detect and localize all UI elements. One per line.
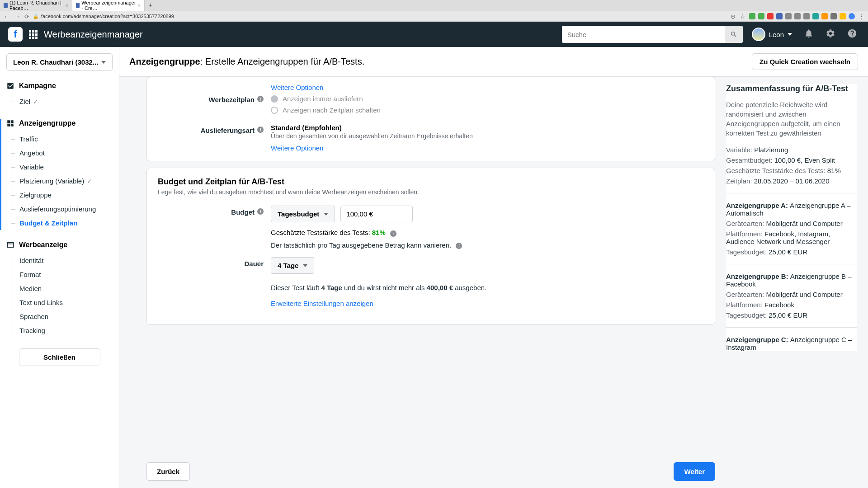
nav-item-placement[interactable]: Platzierung (Variable)✓ [11,174,113,188]
lock-icon: 🔒 [33,14,38,19]
browser-chrome: (1) Leon R. Chaudhari | Faceb… × Werbean… [0,0,868,22]
user-name: Leon [769,31,784,38]
new-tab-button[interactable]: + [145,0,156,11]
extension-icon[interactable] [749,13,755,19]
extension-icon[interactable] [821,13,828,19]
sidebar: Leon R. Chaudhari (3032... Kampagne Ziel… [0,47,119,488]
field-label: Budget [231,208,255,216]
nav-section-campaign: Kampagne Ziel ✓ [6,82,113,108]
user-menu[interactable]: Leon [749,26,795,43]
delivery-type-title: Standard (Empfohlen) [271,124,704,131]
field-label: Werbezeitplan [209,96,255,103]
facebook-logo-icon[interactable]: f [8,27,23,42]
radio-option-always: Anzeigen immer ausliefern [271,93,704,104]
browser-tab-active[interactable]: Werbeanzeigenmanager - Cre… × [72,0,145,11]
nav-item-media[interactable]: Medien [11,282,113,296]
advanced-settings-link[interactable]: Erweiterte Einstellungen anzeigen [271,300,373,307]
app-header: f Werbeanzeigenmanager Leon [0,22,868,47]
forward-icon[interactable]: → [13,13,21,20]
nav-section-title: Kampagne [19,82,56,90]
summary-intro: Deine potenzielle Reichweite wird random… [726,100,857,138]
summary-line: Zeitplan: 28.05.2020 – 01.06.2020 [726,177,857,185]
divider [726,264,857,264]
extension-icon[interactable] [812,13,819,19]
search-input[interactable] [562,26,725,43]
info-icon[interactable]: i [257,208,264,215]
nav-item-audience[interactable]: Zielgruppe [11,188,113,202]
nav-item-identity[interactable]: Identität [11,253,113,267]
more-options-link[interactable]: Weitere Optionen [271,84,323,91]
more-options-link[interactable]: Weitere Optionen [271,144,323,152]
search-container [562,26,743,43]
quick-creation-button[interactable]: Zu Quick Creation wechseln [752,53,858,70]
back-icon[interactable]: ← [3,13,10,20]
close-button[interactable]: Schließen [19,348,100,366]
reload-icon[interactable]: ⟳ [24,13,30,20]
avatar [752,28,765,41]
nav-item-languages[interactable]: Sprachen [11,310,113,324]
menu-icon[interactable]: ⋮ [858,13,865,20]
info-icon[interactable]: i [390,230,396,237]
next-button[interactable]: Weiter [674,462,715,481]
star-icon[interactable]: ☆ [739,13,746,20]
divider [726,193,857,193]
check-icon: ✓ [87,178,92,185]
budget-note: Der tatsächlich pro Tag ausgegebene Betr… [271,241,704,249]
nav-section-adset: Anzeigengruppe Traffic Angebot Variable … [0,119,113,230]
summary-group-title: Anzeigengruppe C: Anzeigengruppe C – Ins… [726,336,857,351]
app-title: Werbeanzeigenmanager [44,29,143,40]
browser-tab[interactable]: (1) Leon R. Chaudhari | Faceb… × [0,0,72,11]
extension-icon[interactable] [794,13,801,19]
apps-grid-icon[interactable] [29,30,38,39]
check-icon: ✓ [33,98,38,105]
duration-dropdown[interactable]: 4 Tage [271,257,314,274]
account-dropdown[interactable]: Leon R. Chaudhari (3032... [6,53,113,71]
extension-icon[interactable] [776,13,783,19]
close-icon[interactable]: × [138,3,141,8]
back-button[interactable]: Zurück [146,462,190,481]
close-icon[interactable]: × [66,3,68,8]
field-label: Dauer [244,260,264,267]
summary-line: Plattformen: Facebook [726,301,857,309]
nav-section-title: Werbeanzeige [19,241,67,249]
extension-icon[interactable] [767,13,774,19]
notifications-icon[interactable] [801,28,816,41]
search-button[interactable] [725,26,743,43]
zoom-icon[interactable]: ⊕ [730,13,736,20]
settings-icon[interactable] [823,28,838,41]
extension-icon[interactable] [830,13,837,19]
nav-item-offer[interactable]: Angebot [11,146,113,160]
info-icon[interactable]: i [257,96,264,102]
nav-item-format[interactable]: Format [11,267,113,282]
summary-group-title: Anzeigengruppe A: Anzeigengruppe A – Aut… [726,202,857,217]
nav-item-tracking[interactable]: Tracking [11,324,113,338]
checkbox-checked-icon [6,82,14,90]
budget-type-dropdown[interactable]: Tagesbudget [271,206,335,222]
profile-icon[interactable] [849,13,855,19]
extension-icon[interactable] [785,13,792,19]
budget-amount-input[interactable] [340,206,413,222]
nav-item-delivery-opt[interactable]: Auslieferungsoptimierung [11,202,113,216]
extension-icon[interactable] [758,13,764,19]
info-icon[interactable]: i [257,127,264,133]
nav-item-goal[interactable]: Ziel ✓ [11,94,113,108]
nav-item-budget-schedule[interactable]: Budget & Zeitplan [11,216,113,230]
url-text[interactable]: facebook.com/adsmanager/creation?act=303… [41,14,727,19]
content-area: Anzeigengruppe: Erstelle Anzeigengruppen… [119,47,868,488]
nav-item-text-links[interactable]: Text und Links [11,296,113,310]
delivery-card: Weitere Optionen Werbezeitplan i Anzeige… [146,77,715,161]
favicon-icon [76,3,80,8]
radio-icon [271,107,278,114]
duration-summary: Dieser Test läuft 4 Tage und du wirst ni… [271,284,704,291]
nav-item-variable[interactable]: Variable [11,160,113,174]
nav-item-traffic[interactable]: Traffic [11,132,113,146]
help-icon[interactable] [844,28,860,41]
summary-title: Zusammenfassung für A/B-Test [726,84,857,94]
extension-icon[interactable] [840,13,846,19]
favicon-icon [4,3,8,8]
content-header: Anzeigengruppe: Erstelle Anzeigengruppen… [119,47,868,77]
field-label: Auslieferungsart [201,127,255,134]
extension-icon[interactable] [803,13,810,19]
summary-line: Geschätzte Teststärke des Tests: 81% [726,167,857,174]
info-icon[interactable]: i [456,243,462,249]
